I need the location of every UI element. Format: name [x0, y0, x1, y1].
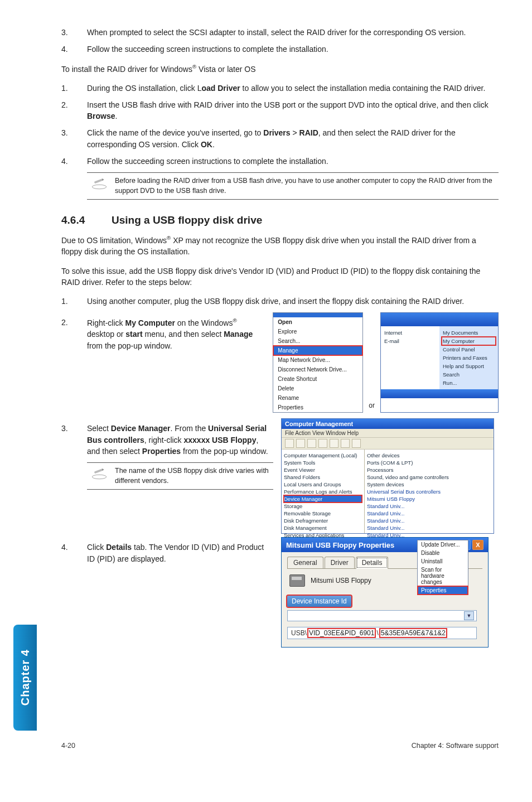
property-dropdown[interactable]: ▼: [287, 610, 477, 621]
my-computer-item: My Computer: [442, 337, 496, 345]
device-name: Mitsumi USB Floppy: [311, 577, 371, 584]
start-menu-screenshot: Internet E-mail My Documents My Computer…: [380, 312, 499, 413]
or-label: or: [369, 402, 375, 409]
close-button[interactable]: X: [472, 540, 483, 550]
note-callout: Before loading the RAID driver from a US…: [87, 172, 499, 200]
list-item: 1. Using another computer, plug the USB …: [61, 296, 499, 307]
device-manager-tree-item: Device Manager: [284, 495, 362, 503]
list-item: 1. During the OS installation, click Loa…: [61, 83, 499, 94]
screenshot-context-and-start: Open Explore Search... Manage Map Networ…: [273, 312, 499, 413]
pencil-icon: [87, 176, 112, 190]
page-footer: 4-20 Chapter 4: Software support: [61, 742, 499, 750]
note-callout: The name of the USB floppy disk drive va…: [87, 462, 273, 490]
tab-details[interactable]: Details: [356, 557, 389, 569]
tab-driver[interactable]: Driver: [325, 557, 355, 568]
tab-general[interactable]: General: [287, 557, 323, 568]
svg-point-0: [92, 185, 107, 190]
svg-rect-4: [94, 469, 103, 474]
list-item: 3. Select Device Manager. From the Unive…: [61, 423, 273, 457]
chevron-down-icon: ▼: [464, 611, 474, 620]
list-item: 3. Click the name of the device you've i…: [61, 127, 499, 150]
context-menu-screenshot: Open Explore Search... Manage Map Networ…: [273, 312, 363, 413]
chapter-label: Chapter 4: Software support: [412, 742, 499, 750]
list-item: 2. Right-click My Computer on the Window…: [61, 317, 265, 351]
dialog-title: Mitsumi USB Floppy Properties: [286, 541, 394, 549]
list-item: 3. When prompted to select the SCSI adap…: [61, 27, 499, 38]
computer-management-screenshot: Computer Management File Action View Win…: [281, 418, 494, 534]
paragraph: To solve this issue, add the USB floppy …: [61, 265, 499, 288]
list-item: 4. Click Details tab. The Vendor ID (VID…: [61, 542, 273, 564]
svg-rect-1: [94, 179, 103, 184]
list-item: 4. Follow the succeeding screen instruct…: [61, 44, 499, 55]
vid-pid-segment: VID_03EE&PID_6901: [307, 628, 376, 638]
note-text: Before loading the RAID driver from a US…: [112, 176, 499, 196]
paragraph: Due to OS limitation, Windows® XP may no…: [61, 234, 499, 257]
step-text: Follow the succeeding screen instruction…: [87, 44, 499, 55]
paragraph: To install the RAID driver for Windows® …: [61, 63, 499, 75]
svg-point-3: [92, 475, 107, 480]
page-number: 4-20: [61, 742, 75, 750]
step-number: 3.: [61, 27, 87, 38]
list-item: 4. Follow the succeeding screen instruct…: [61, 156, 499, 167]
pencil-icon: [87, 466, 112, 480]
instance-segment: 5&35E9A59E&7&1&2: [379, 628, 447, 638]
step-text: When prompted to select the SCSI adapter…: [87, 27, 499, 38]
device-instance-id-value: USB\VID_03EE&PID_6901\5&35E9A59E&7&1&2: [287, 627, 477, 639]
device-instance-id-label: Device Instance Id: [287, 596, 351, 607]
section-heading: 4.6.4Using a USB floppy disk drive: [61, 214, 499, 226]
manage-menu-item: Manage: [273, 346, 362, 355]
step-number: 4.: [61, 44, 87, 55]
properties-context-item: Properties: [418, 586, 468, 595]
note-text: The name of the USB floppy disk drive va…: [112, 466, 273, 486]
chapter-side-tab: Chapter 4: [13, 625, 37, 731]
floppy-icon: [289, 574, 305, 587]
list-item: 2. Insert the USB flash drive with RAID …: [61, 99, 499, 122]
